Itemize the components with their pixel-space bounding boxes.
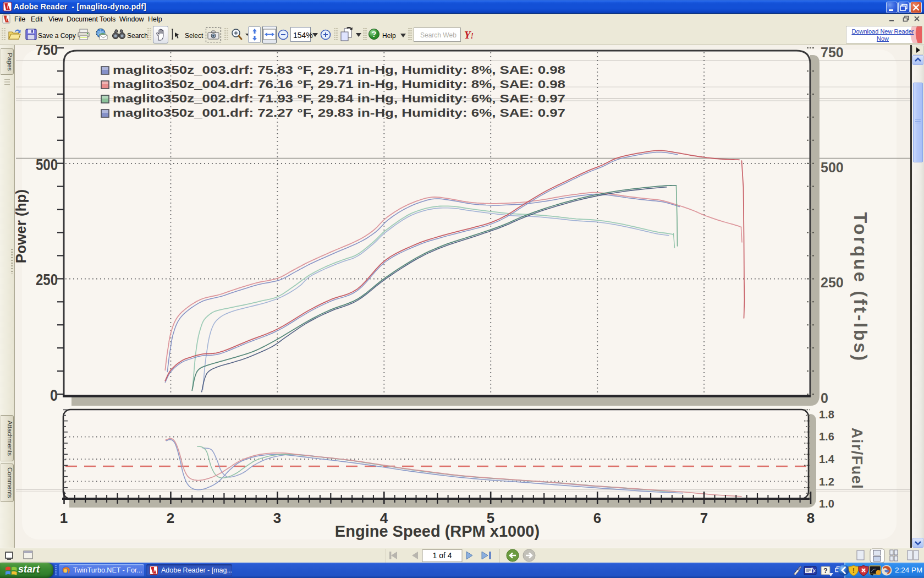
svg-text:1.4: 1.4 — [819, 453, 835, 465]
svg-text:?: ? — [823, 567, 827, 575]
svg-text:7: 7 — [700, 510, 708, 526]
svg-text:250: 250 — [36, 271, 58, 288]
svg-text:1.0: 1.0 — [819, 498, 834, 510]
svg-text:1.8: 1.8 — [819, 408, 834, 421]
svg-text:0: 0 — [821, 390, 828, 406]
svg-text:maglito350z_002.drf: 71.93 °F,: maglito350z_002.drf: 71.93 °F, 29.84 in-… — [113, 92, 565, 105]
svg-text:Air/Fuel: Air/Fuel — [849, 428, 865, 490]
svg-text:500: 500 — [36, 156, 58, 173]
svg-text:Torque (ft-lbs): Torque (ft-lbs) — [850, 212, 871, 363]
svg-text:500: 500 — [821, 160, 844, 175]
svg-text:1 of 4: 1 of 4 — [432, 551, 452, 560]
svg-text:250: 250 — [821, 275, 844, 290]
svg-text:Power (hp): Power (hp) — [15, 189, 29, 263]
svg-text:maglito350z_001.drf: 72.27 °F,: maglito350z_001.drf: 72.27 °F, 29.83 in-… — [113, 106, 565, 119]
svg-text:750: 750 — [36, 45, 58, 58]
svg-text:8: 8 — [807, 510, 815, 526]
svg-text:Engine Speed (RPM x1000): Engine Speed (RPM x1000) — [335, 522, 540, 540]
svg-text:1.6: 1.6 — [819, 430, 834, 443]
svg-text:2: 2 — [167, 510, 174, 526]
svg-text:1: 1 — [60, 510, 68, 526]
svg-text:3: 3 — [273, 510, 281, 526]
svg-text:!: ! — [853, 566, 855, 575]
svg-text:?: ? — [372, 30, 377, 39]
svg-text:6: 6 — [593, 510, 601, 526]
svg-text:750: 750 — [821, 45, 844, 60]
svg-text:maglito350z_003.drf: 75.83 °F,: maglito350z_003.drf: 75.83 °F, 29.71 in-… — [113, 63, 565, 76]
svg-text:1.2: 1.2 — [819, 476, 834, 488]
svg-text:0: 0 — [50, 386, 58, 404]
svg-text:maglito350z_004.drf: 76.16 °F,: maglito350z_004.drf: 76.16 °F, 29.71 in-… — [113, 78, 565, 90]
